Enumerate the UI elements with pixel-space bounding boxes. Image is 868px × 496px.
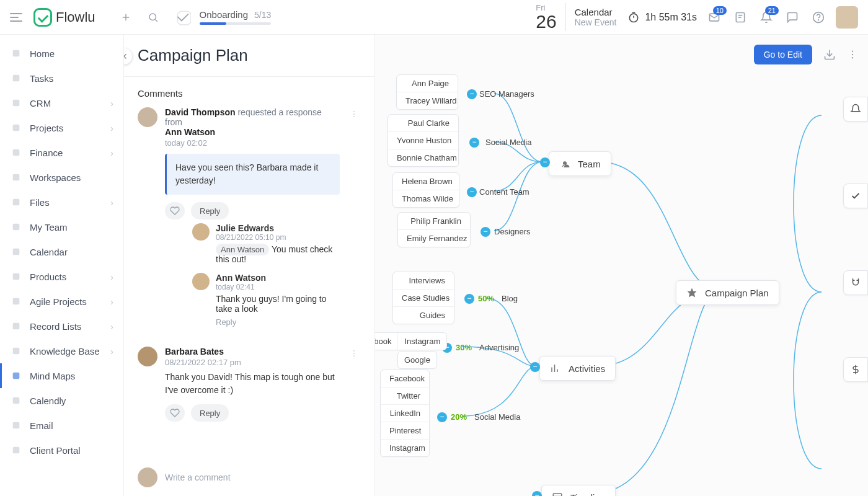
sidebar-label: Files — [30, 197, 50, 208]
mindmap-leaf-stack[interactable]: Paul Clarke Yvonne Huston Bonnie Chatham — [388, 114, 459, 167]
svg-rect-28 — [13, 323, 20, 330]
onboarding-fraction: 5/13 — [254, 10, 271, 20]
add-icon[interactable] — [120, 12, 131, 23]
reply-link[interactable]: Reply — [216, 317, 340, 327]
node-label[interactable]: Blog — [502, 294, 518, 303]
collapse-toggle[interactable]: − — [437, 412, 447, 422]
node-label[interactable]: Content Team — [479, 187, 529, 197]
header-timer[interactable]: 1h 55m 31s — [627, 11, 697, 24]
tool-magnet-icon[interactable] — [843, 270, 868, 295]
search-icon[interactable] — [148, 12, 159, 23]
mindmap-leaf-stack[interactable]: Interviews Case Studies Guides — [392, 272, 454, 324]
comment-menu-icon[interactable] — [347, 347, 361, 422]
sidebar-item-email[interactable]: Email — [0, 413, 123, 438]
calendar-new-event[interactable]: New Event — [575, 17, 617, 27]
hamburger-menu[interactable] — [10, 13, 22, 22]
more-icon[interactable] — [847, 49, 858, 60]
like-button[interactable] — [165, 404, 185, 422]
header-date[interactable]: Fri 26 — [536, 3, 565, 31]
mindmap-leaf-stack[interactable]: Helena Brown Thomas Wilde — [392, 172, 459, 208]
leaf: Tracey Willard — [397, 92, 458, 109]
sidebar-item-agile-projects[interactable]: Agile Projects› — [0, 289, 123, 314]
svg-point-2 — [149, 14, 156, 20]
star-icon — [686, 287, 698, 298]
sidebar-item-home[interactable]: Home — [0, 41, 123, 66]
sidebar-label: Client Portal — [30, 445, 81, 456]
sidebar-item-calendly[interactable]: Calendly — [0, 388, 123, 413]
leaf: Yvonne Huston — [388, 132, 458, 149]
notes-icon[interactable] — [734, 11, 746, 24]
collapse-toggle[interactable]: − — [480, 227, 490, 237]
brand-mark-icon — [33, 8, 52, 27]
brand-logo[interactable]: Flowlu — [33, 8, 95, 27]
collapse-toggle[interactable]: − — [530, 362, 540, 372]
sidebar: HomeTasksCRM›Projects›Finance›Workspaces… — [0, 35, 124, 496]
collapse-toggle[interactable]: − — [467, 187, 477, 197]
sidebar-item-knowledge-base[interactable]: Knowledge Base› — [0, 339, 123, 363]
mindmap-leaf-stack[interactable]: Philip Franklin Emily Fernandez — [397, 212, 471, 247]
mindmap-root[interactable]: Campaign Plan — [676, 280, 779, 305]
mindmap-leaf[interactable]: Google — [397, 351, 437, 369]
user-avatar[interactable] — [836, 6, 858, 29]
sidebar-label: Agile Projects — [30, 296, 87, 307]
node-label[interactable]: Social Media — [474, 412, 520, 422]
sidebar-item-tasks[interactable]: Tasks — [0, 66, 123, 91]
tool-dollar-icon[interactable] — [843, 357, 868, 382]
sidebar-label: My Team — [30, 222, 68, 232]
inbox-icon[interactable]: 10 — [708, 11, 720, 24]
sidebar-icon — [10, 270, 22, 283]
comment-composer — [124, 459, 374, 496]
mindmap-node-timeline[interactable]: Timeline — [541, 485, 616, 496]
team-icon — [559, 158, 570, 169]
sidebar-item-files[interactable]: Files› — [0, 190, 123, 215]
sidebar-icon — [10, 47, 22, 60]
sidebar-item-calendar[interactable]: Calendar — [0, 239, 123, 264]
sidebar-item-projects[interactable]: Projects› — [0, 115, 123, 140]
brand-name: Flowlu — [56, 9, 95, 25]
help-icon[interactable] — [812, 11, 825, 24]
svg-rect-22 — [13, 174, 20, 181]
sidebar-item-products[interactable]: Products› — [0, 264, 123, 289]
sidebar-item-record-lists[interactable]: Record Lists› — [0, 314, 123, 339]
onboarding-widget[interactable]: Onboarding 5/13 — [175, 9, 272, 25]
like-button[interactable] — [165, 202, 185, 219]
go-to-edit-button[interactable]: Go to Edit — [754, 45, 812, 64]
mindmap-node-team[interactable]: Team — [549, 151, 611, 176]
mindmap-leaf-stack[interactable]: Facebook Twitter LinkedIn Pinterest Inst… — [380, 370, 430, 457]
node-label: Activities — [569, 363, 605, 374]
node-label[interactable]: Advertising — [479, 343, 519, 352]
sidebar-item-workspaces[interactable]: Workspaces — [0, 165, 123, 190]
sidebar-item-mind-maps[interactable]: Mind Maps — [0, 363, 123, 388]
collapse-toggle[interactable]: − — [469, 138, 479, 148]
mindmap-canvas[interactable]: Campaign Plan Team − Activities − Timeli… — [375, 35, 868, 496]
chat-icon[interactable] — [786, 11, 799, 24]
bell-icon[interactable]: 21 — [760, 11, 773, 24]
mindmap-node-activities[interactable]: Activities — [539, 356, 616, 381]
sidebar-label: Mind Maps — [30, 371, 75, 381]
svg-point-16 — [852, 57, 853, 58]
tool-notify-icon[interactable] — [843, 97, 868, 122]
node-label[interactable]: SEO Managers — [479, 89, 534, 99]
sidebar-item-crm[interactable]: CRM› — [0, 91, 123, 115]
tool-check-icon[interactable] — [843, 184, 868, 208]
sidebar-item-my-team[interactable]: My Team — [0, 215, 123, 239]
node-label[interactable]: Designers — [494, 227, 531, 236]
header-calendar[interactable]: Calendar New Event — [575, 7, 617, 27]
comment-menu-icon[interactable] — [347, 107, 361, 335]
download-icon[interactable] — [823, 48, 836, 61]
collapse-toggle[interactable]: − — [464, 294, 474, 304]
node-label[interactable]: Social Media — [485, 138, 531, 147]
sidebar-item-finance[interactable]: Finance› — [0, 140, 123, 165]
reply-button[interactable]: Reply — [191, 202, 229, 219]
comment-input[interactable] — [165, 472, 361, 482]
leaf: LinkedIn — [381, 405, 429, 422]
reply-button[interactable]: Reply — [191, 404, 229, 422]
collapse-toggle[interactable]: − — [540, 157, 550, 167]
sidebar-item-client-portal[interactable]: Client Portal — [0, 438, 123, 463]
svg-rect-26 — [13, 273, 20, 280]
mindmap-leaf-stack[interactable]: ebook Instagram — [375, 332, 447, 350]
mindmap-leaf-stack[interactable]: Ann Paige Tracey Willard — [396, 74, 458, 110]
collapse-toggle[interactable]: − — [467, 89, 477, 99]
mention[interactable]: Ann Watson — [216, 244, 269, 255]
date-daynum: 26 — [536, 12, 556, 31]
